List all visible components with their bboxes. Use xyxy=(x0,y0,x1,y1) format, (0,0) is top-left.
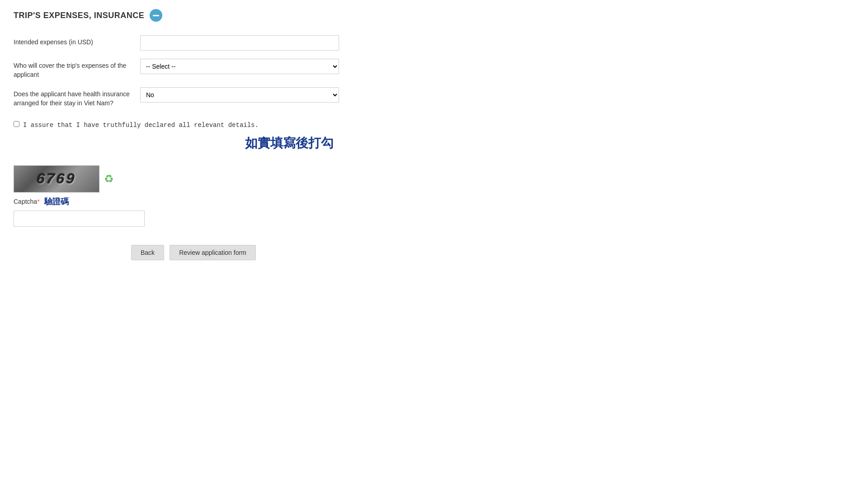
intended-expenses-input[interactable] xyxy=(140,35,339,51)
chinese-instruction: 如實填寫後打勾 xyxy=(131,135,448,152)
captcha-image-wrapper: 6769 ♻ xyxy=(14,165,854,192)
health-insurance-label: Does the applicant have health insurance… xyxy=(14,87,131,108)
captcha-label: Captcha* xyxy=(14,198,40,205)
collapse-icon[interactable] xyxy=(150,9,162,22)
intended-expenses-row: Intended expenses (in USD) xyxy=(14,35,339,51)
captcha-image: 6769 xyxy=(14,165,99,192)
review-application-button[interactable]: Review application form xyxy=(170,245,256,260)
captcha-input[interactable] xyxy=(14,211,145,227)
captcha-required-marker: * xyxy=(37,198,39,205)
who-cover-expenses-select-wrapper: -- Select -- Self Sponsor Company xyxy=(140,59,339,74)
intended-expenses-input-wrapper xyxy=(140,35,339,51)
trips-expenses-form: Intended expenses (in USD) Who will cove… xyxy=(14,35,339,108)
who-cover-expenses-row: Who will cover the trip's expenses of th… xyxy=(14,59,339,79)
assurance-label[interactable]: I assure that I have truthfully declared… xyxy=(23,121,259,130)
captcha-chinese-label: 驗證碼 xyxy=(44,196,69,207)
page-header: TRIP'S EXPENSES, INSURANCE xyxy=(14,9,854,22)
captcha-text: 6769 xyxy=(36,170,77,187)
who-cover-expenses-label: Who will cover the trip's expenses of th… xyxy=(14,59,131,79)
captcha-label-row: Captcha* 驗證碼 xyxy=(14,196,854,207)
intended-expenses-label: Intended expenses (in USD) xyxy=(14,35,131,47)
who-cover-expenses-select[interactable]: -- Select -- Self Sponsor Company xyxy=(140,59,339,74)
health-insurance-row: Does the applicant have health insurance… xyxy=(14,87,339,108)
back-button[interactable]: Back xyxy=(131,245,164,260)
captcha-refresh-icon[interactable]: ♻ xyxy=(104,173,114,185)
assurance-checkbox[interactable] xyxy=(14,121,19,127)
assurance-row: I assure that I have truthfully declared… xyxy=(14,121,420,130)
buttons-row: Back Review application form xyxy=(131,245,854,260)
page-title: TRIP'S EXPENSES, INSURANCE xyxy=(14,11,144,20)
health-insurance-select-wrapper: No Yes xyxy=(140,87,339,103)
captcha-section: 6769 ♻ Captcha* 驗證碼 xyxy=(14,165,854,227)
health-insurance-select[interactable]: No Yes xyxy=(140,87,339,103)
